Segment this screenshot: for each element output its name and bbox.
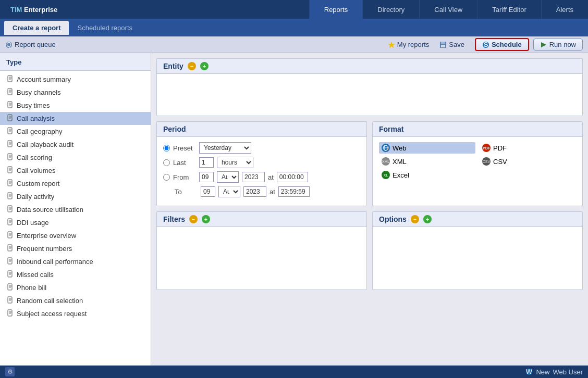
svg-text:S: S: [484, 41, 488, 48]
sidebar-item-16[interactable]: Phone bill: [0, 281, 151, 294]
doc-icon: [7, 153, 14, 162]
sidebar-item-4[interactable]: Call geography: [0, 125, 151, 138]
pdf-icon: PDF: [482, 144, 491, 152]
sidebar-item-8[interactable]: Custom report: [0, 177, 151, 190]
doc-icon: [7, 296, 14, 305]
brand-suffix: Enterprise: [22, 6, 57, 14]
sidebar-item-12[interactable]: Enterprise overview: [0, 229, 151, 242]
svg-rect-41: [8, 180, 12, 186]
sidebar-item-label: Phone bill: [17, 284, 46, 292]
period-panel-header: Period: [157, 122, 366, 137]
doc-icon: [7, 101, 14, 110]
entity-panel-body: [157, 74, 582, 116]
last-unit-select[interactable]: hours days weeks months: [217, 157, 253, 168]
sidebar-item-18[interactable]: Subject access request: [0, 307, 151, 320]
to-year-input[interactable]: [243, 186, 266, 197]
run-now-button[interactable]: Run now: [533, 39, 583, 51]
last-radio[interactable]: [163, 159, 170, 166]
period-to-row: To AugJanFebMar AprMayJunJul SepOctNovDe…: [163, 186, 360, 197]
toolbar-right: S Schedule Run now: [475, 38, 583, 51]
from-day-input[interactable]: [199, 172, 214, 182]
xml-icon: XML: [382, 157, 390, 166]
to-month-select[interactable]: AugJanFebMar AprMayJunJul SepOctNovDec: [218, 186, 240, 197]
sidebar-item-5[interactable]: Call playback audit: [0, 138, 151, 151]
filters-title: Filters: [163, 215, 185, 223]
period-panel-body: Preset Yesterday Today This week Last we…: [157, 137, 366, 206]
sidebar-item-label: Daily activity: [17, 193, 54, 200]
format-excel[interactable]: XL Excel: [379, 169, 475, 181]
nav-tab-tariff[interactable]: Tariff Editor: [477, 0, 541, 19]
sidebar-item-3[interactable]: Call analysis: [0, 112, 151, 125]
options-minus-button[interactable]: −: [411, 215, 419, 223]
schedule-button[interactable]: S Schedule: [475, 38, 529, 51]
sidebar-item-label: Account summary: [17, 75, 71, 83]
brand-prefix: TIM: [10, 6, 22, 14]
doc-icon: [7, 75, 14, 84]
nav-tab-reports[interactable]: Reports: [309, 0, 363, 19]
entity-panel: Entity − +: [156, 58, 583, 116]
svg-rect-57: [8, 232, 12, 238]
last-num-input[interactable]: [199, 157, 214, 168]
filters-minus-button[interactable]: −: [189, 215, 198, 223]
sidebar-list[interactable]: Account summaryBusy channelsBusy timesCa…: [0, 71, 151, 366]
sidebar-item-label: Busy channels: [17, 89, 61, 96]
sidebar-item-0[interactable]: Account summary: [0, 73, 151, 86]
excel-icon: XL: [382, 171, 390, 179]
format-pdf[interactable]: PDF PDF: [480, 142, 576, 154]
brand: TIM Enterprise: [0, 5, 68, 14]
format-web[interactable]: Web: [379, 142, 475, 154]
to-time-input[interactable]: [278, 186, 310, 197]
nav-tab-directory[interactable]: Directory: [362, 0, 419, 19]
new-label: New: [536, 368, 549, 376]
sidebar-item-7[interactable]: Call volumes: [0, 164, 151, 177]
doc-icon: [7, 244, 14, 253]
sidebar-item-10[interactable]: Data source utilisation: [0, 203, 151, 216]
sidebar-item-17[interactable]: Random call selection: [0, 294, 151, 307]
svg-marker-2: [388, 42, 395, 48]
preset-radio[interactable]: [163, 145, 170, 152]
sub-tab-create[interactable]: Create a report: [4, 21, 69, 35]
sub-tab-scheduled[interactable]: Scheduled reports: [69, 21, 141, 35]
period-from-row: From AugJanFebMar AprMayJunJul SepOctNov…: [163, 171, 360, 183]
from-month-select[interactable]: AugJanFebMar AprMayJunJul SepOctNovDec: [217, 171, 239, 183]
format-xml[interactable]: XML XML: [379, 156, 475, 167]
entity-minus-button[interactable]: −: [188, 62, 196, 70]
filters-panel-body: [157, 227, 366, 289]
sidebar-item-9[interactable]: Daily activity: [0, 190, 151, 203]
sidebar-item-15[interactable]: Missed calls: [0, 268, 151, 281]
csv-label: CSV: [493, 158, 507, 166]
from-year-input[interactable]: [242, 172, 265, 182]
doc-icon: [7, 192, 14, 201]
nav-tab-callview[interactable]: Call View: [419, 0, 477, 19]
options-plus-button[interactable]: +: [423, 215, 432, 223]
sidebar-item-11[interactable]: DDI usage: [0, 216, 151, 229]
from-radio[interactable]: [163, 174, 170, 181]
sidebar-item-2[interactable]: Busy times: [0, 99, 151, 112]
svg-rect-4: [441, 42, 445, 44]
svg-rect-45: [8, 193, 12, 199]
preset-select[interactable]: Yesterday Today This week Last week This…: [199, 142, 251, 154]
sidebar-item-14[interactable]: Inbound call performance: [0, 255, 151, 268]
filters-panel: Filters − +: [156, 211, 367, 290]
nav-tab-alerts[interactable]: Alerts: [541, 0, 588, 19]
gear-button[interactable]: ⚙: [5, 367, 15, 376]
sidebar-item-6[interactable]: Call scoring: [0, 151, 151, 164]
doc-icon: [7, 283, 14, 292]
sidebar-item-1[interactable]: Busy channels: [0, 86, 151, 99]
doc-icon: [7, 114, 14, 123]
my-reports-button[interactable]: My reports: [388, 41, 429, 48]
doc-icon: [7, 309, 14, 318]
save-button[interactable]: Save: [439, 41, 464, 48]
sidebar-item-13[interactable]: Frequent numbers: [0, 242, 151, 255]
svg-rect-49: [8, 206, 12, 212]
to-day-input[interactable]: [201, 186, 215, 197]
filters-plus-button[interactable]: +: [202, 215, 210, 223]
entity-plus-button[interactable]: +: [200, 62, 209, 70]
svg-rect-81: [8, 310, 12, 316]
doc-icon: [7, 218, 14, 227]
from-time-input[interactable]: [277, 172, 308, 182]
doc-icon: [7, 127, 14, 136]
report-queue-button[interactable]: Q Report queue: [5, 41, 56, 48]
svg-rect-53: [8, 219, 12, 225]
format-csv[interactable]: CSV CSV: [480, 156, 576, 167]
